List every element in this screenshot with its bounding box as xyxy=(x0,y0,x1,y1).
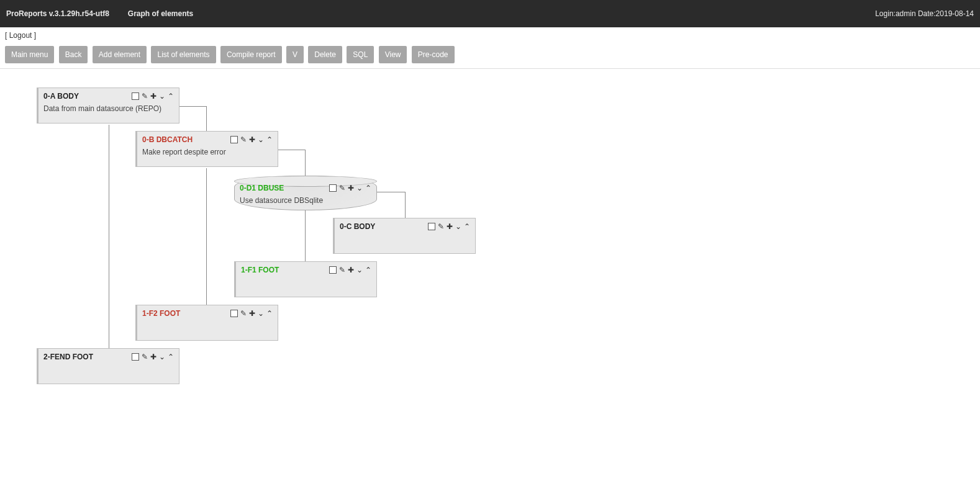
plus-icon[interactable]: ✚ xyxy=(447,223,453,230)
up-icon[interactable]: ⌃ xyxy=(365,184,371,192)
app-title: ProReports v.3.1.29h.r54-utf8 xyxy=(6,9,109,18)
node-0d1-dbuse[interactable]: 0-D1 DBUSE ✎ ✚ ⌄ ⌃ Use datasource DBSqli… xyxy=(234,176,377,210)
plus-icon[interactable]: ✚ xyxy=(249,310,255,317)
down-icon[interactable]: ⌄ xyxy=(159,92,165,100)
node-desc: Make report despite error xyxy=(142,148,273,156)
node-title: 0-A BODY xyxy=(43,92,132,101)
down-icon[interactable]: ⌄ xyxy=(356,184,363,192)
node-title: 0-C BODY xyxy=(340,222,428,231)
precode-button[interactable]: Pre-code xyxy=(412,46,455,63)
node-title: 0-B DBCATCH xyxy=(142,135,230,144)
plus-icon[interactable]: ✚ xyxy=(249,136,255,143)
header-bar: ProReports v.3.1.29h.r54-utf8 Graph of e… xyxy=(0,0,980,27)
pencil-icon[interactable]: ✎ xyxy=(438,223,444,230)
node-title: 0-D1 DBUSE xyxy=(240,184,329,192)
logout-row: [ Logout ] xyxy=(0,27,980,43)
back-button[interactable]: Back xyxy=(59,46,88,63)
up-icon[interactable]: ⌃ xyxy=(266,136,273,143)
checkbox-icon[interactable] xyxy=(132,353,139,361)
delete-button[interactable]: Delete xyxy=(308,46,342,63)
down-icon[interactable]: ⌄ xyxy=(455,223,461,230)
node-0b-dbcatch[interactable]: 0-B DBCATCH ✎ ✚ ⌄ ⌃ Make report despite … xyxy=(135,131,278,167)
down-icon[interactable]: ⌄ xyxy=(356,266,363,274)
pencil-icon[interactable]: ✎ xyxy=(142,92,148,100)
node-1f1-foot[interactable]: 1-F1 FOOT ✎ ✚ ⌄ ⌃ xyxy=(234,261,377,297)
compile-button[interactable]: Compile report xyxy=(220,46,282,63)
sql-button[interactable]: SQL xyxy=(347,46,374,63)
pencil-icon[interactable]: ✎ xyxy=(339,184,345,192)
node-title: 2-FEND FOOT xyxy=(43,353,132,361)
pencil-icon[interactable]: ✎ xyxy=(142,353,148,361)
plus-icon[interactable]: ✚ xyxy=(348,266,354,274)
login-info: Login:admin Date:2019-08-14 xyxy=(875,9,974,18)
toolbar: Main menu Back Add element List of eleme… xyxy=(0,43,980,69)
checkbox-icon[interactable] xyxy=(329,184,337,192)
plus-icon[interactable]: ✚ xyxy=(150,353,157,361)
checkbox-icon[interactable] xyxy=(230,310,238,317)
up-icon[interactable]: ⌃ xyxy=(365,266,371,274)
node-2fend-foot[interactable]: 2-FEND FOOT ✎ ✚ ⌄ ⌃ xyxy=(37,348,179,384)
up-icon[interactable]: ⌃ xyxy=(168,353,174,361)
checkbox-icon[interactable] xyxy=(132,92,139,100)
up-icon[interactable]: ⌃ xyxy=(266,310,273,317)
logout-link[interactable]: Logout xyxy=(9,31,32,40)
checkbox-icon[interactable] xyxy=(329,266,337,274)
node-1f2-foot[interactable]: 1-F2 FOOT ✎ ✚ ⌄ ⌃ xyxy=(135,305,278,341)
node-0c-body[interactable]: 0-C BODY ✎ ✚ ⌄ ⌃ xyxy=(333,218,476,254)
v-button[interactable]: V xyxy=(286,46,304,63)
down-icon[interactable]: ⌄ xyxy=(258,310,264,317)
node-desc: Use datasource DBSqlite xyxy=(240,196,371,205)
checkbox-icon[interactable] xyxy=(230,136,238,143)
up-icon[interactable]: ⌃ xyxy=(168,92,174,100)
up-icon[interactable]: ⌃ xyxy=(464,223,470,230)
add-element-button[interactable]: Add element xyxy=(93,46,147,63)
graph-canvas: 0-A BODY ✎ ✚ ⌄ ⌃ Data from main datasour… xyxy=(0,69,980,454)
down-icon[interactable]: ⌄ xyxy=(258,136,264,143)
plus-icon[interactable]: ✚ xyxy=(348,184,354,192)
page-title: Graph of elements xyxy=(128,9,193,18)
list-elements-button[interactable]: List of elements xyxy=(151,46,216,63)
view-button[interactable]: View xyxy=(379,46,407,63)
node-desc: Data from main datasource (REPO) xyxy=(43,104,174,113)
node-0a-body[interactable]: 0-A BODY ✎ ✚ ⌄ ⌃ Data from main datasour… xyxy=(37,88,179,124)
node-title: 1-F1 FOOT xyxy=(241,266,329,274)
pencil-icon[interactable]: ✎ xyxy=(240,136,247,143)
node-title: 1-F2 FOOT xyxy=(142,309,230,318)
plus-icon[interactable]: ✚ xyxy=(150,92,157,100)
pencil-icon[interactable]: ✎ xyxy=(339,266,345,274)
pencil-icon[interactable]: ✎ xyxy=(240,310,247,317)
checkbox-icon[interactable] xyxy=(428,223,435,230)
main-menu-button[interactable]: Main menu xyxy=(5,46,54,63)
down-icon[interactable]: ⌄ xyxy=(159,353,165,361)
